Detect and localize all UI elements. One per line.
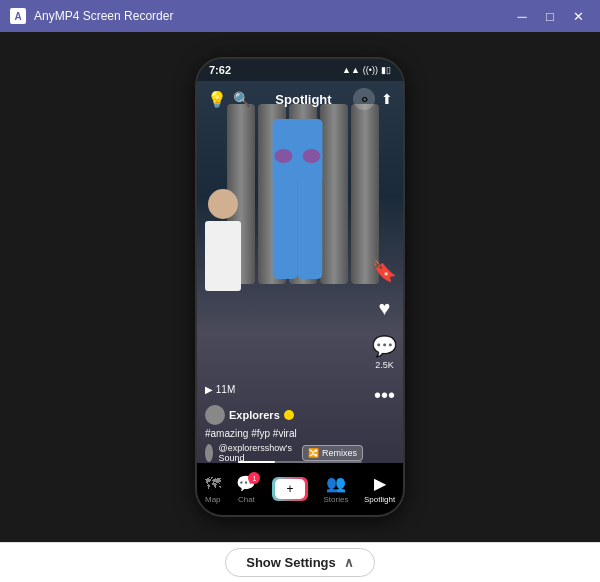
tiktok-actions: 🔖 ♥ 💬 2.5K •••	[372, 259, 397, 407]
nav-stories-label: Stories	[324, 495, 349, 504]
status-icons: ▲▲ ((•)) ▮▯	[342, 65, 391, 75]
phone-screen: 7:62 ▲▲ ((•)) ▮▯ 💡 🔍 Spotlight ⚬ ⬆ ▶ 11M	[197, 59, 403, 515]
collab-avatar	[205, 444, 213, 462]
signal-icon: ▲▲	[342, 65, 360, 75]
tiktok-title: Spotlight	[254, 92, 353, 107]
map-icon: 🗺	[205, 475, 221, 493]
bookmark-action[interactable]: 🔖	[372, 259, 397, 283]
chat-badge: 1	[248, 472, 260, 484]
heart-icon: ♥	[379, 297, 391, 320]
app-icon: A	[10, 8, 26, 24]
nav-chat-label: Chat	[238, 495, 255, 504]
more-icon: •••	[374, 384, 395, 407]
window-controls: ─ □ ✕	[510, 6, 590, 26]
search-icon[interactable]: 🔍	[233, 91, 250, 107]
bookmark-icon: 🔖	[372, 259, 397, 283]
pants-leg-right	[298, 179, 323, 279]
toggle-dot[interactable]: ⚬	[353, 88, 375, 110]
pipe-4	[320, 104, 348, 284]
nav-camera[interactable]: +	[272, 477, 308, 501]
app-title: AnyMP4 Screen Recorder	[34, 9, 510, 23]
status-time: 7:62	[209, 64, 231, 76]
comment-count: 2.5K	[375, 360, 394, 370]
status-bar: 7:62 ▲▲ ((•)) ▮▯	[197, 59, 403, 81]
stain-left	[275, 149, 293, 163]
stories-icon: 👥	[326, 474, 346, 493]
creator-name-text: Explorers	[229, 409, 280, 421]
chevron-up-icon: ∧	[344, 555, 354, 570]
nav-map[interactable]: 🗺 Map	[205, 475, 221, 504]
nav-spotlight[interactable]: ▶ Spotlight	[364, 474, 395, 504]
nav-chat[interactable]: 💬 1 Chat	[236, 474, 256, 504]
comment-action[interactable]: 💬 2.5K	[372, 334, 397, 370]
verified-badge	[284, 410, 294, 420]
show-settings-bar: Show Settings ∧	[0, 542, 600, 582]
camera-button[interactable]: +	[272, 477, 308, 501]
comment-icon: 💬	[372, 334, 397, 358]
tiktok-nav: 🗺 Map 💬 1 Chat + 👥 Stories	[197, 463, 403, 515]
light-icon: 💡	[207, 90, 227, 109]
camera-icon: +	[275, 479, 305, 499]
collab-row: @explorersshow's Sound 🔀 Remixes	[205, 443, 363, 463]
phone-mockup: 7:62 ▲▲ ((•)) ▮▯ 💡 🔍 Spotlight ⚬ ⬆ ▶ 11M	[195, 57, 405, 517]
spotlight-icon: ▶	[374, 474, 386, 493]
show-settings-label: Show Settings	[246, 555, 336, 570]
stain-right	[303, 149, 321, 163]
remix-text: Remixes	[322, 448, 357, 458]
show-settings-button[interactable]: Show Settings ∧	[225, 548, 375, 577]
remix-button[interactable]: 🔀 Remixes	[302, 445, 363, 461]
remix-icon: 🔀	[308, 448, 319, 458]
pants-mannequin	[273, 119, 323, 279]
title-bar: A AnyMP4 Screen Recorder ─ □ ✕	[0, 0, 600, 32]
pipe-5	[351, 104, 379, 284]
pants-top	[273, 119, 323, 179]
creator-name: Explorers	[205, 405, 363, 425]
tiktok-topbar: 💡 🔍 Spotlight ⚬ ⬆	[197, 81, 403, 117]
view-count: ▶ 11M	[205, 384, 235, 395]
nav-spotlight-label: Spotlight	[364, 495, 395, 504]
collab-account: @explorersshow's Sound	[219, 443, 292, 463]
main-content: 7:62 ▲▲ ((•)) ▮▯ 💡 🔍 Spotlight ⚬ ⬆ ▶ 11M	[0, 32, 600, 542]
pants-leg-left	[273, 179, 298, 279]
share-icon[interactable]: ⬆	[381, 91, 393, 107]
wifi-icon: ((•))	[363, 65, 378, 75]
tiktok-bottom-info: Explorers #amazing #fyp #viral @explorer…	[205, 405, 363, 463]
like-action[interactable]: ♥	[379, 297, 391, 320]
maximize-button[interactable]: □	[538, 6, 562, 26]
video-description: #amazing #fyp #viral	[205, 428, 363, 439]
close-button[interactable]: ✕	[566, 6, 590, 26]
more-action[interactable]: •••	[374, 384, 395, 407]
view-count-text: ▶ 11M	[205, 384, 235, 395]
minimize-button[interactable]: ─	[510, 6, 534, 26]
battery-icon: ▮▯	[381, 65, 391, 75]
nav-map-label: Map	[205, 495, 221, 504]
nav-stories[interactable]: 👥 Stories	[324, 474, 349, 504]
